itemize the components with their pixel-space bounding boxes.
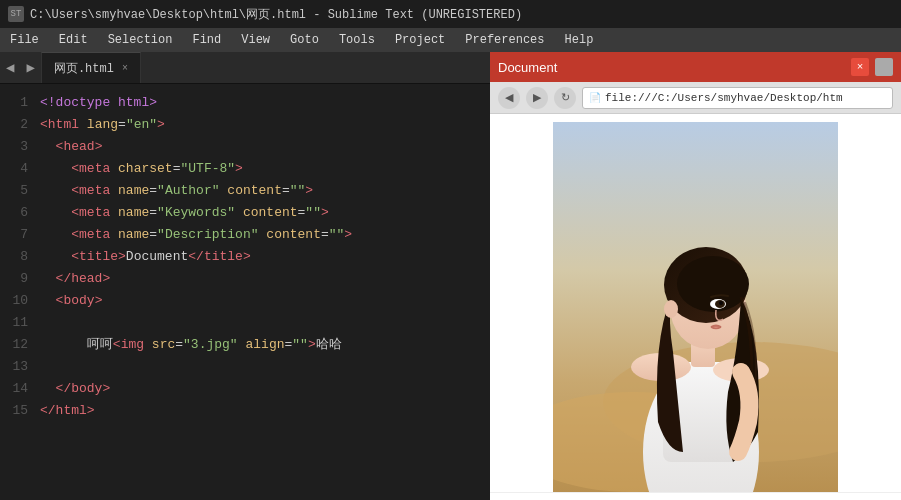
browser-content: 呵呵 哈哈: [490, 114, 901, 500]
menu-file[interactable]: File: [0, 28, 49, 52]
line-num-2: 2: [8, 114, 28, 136]
menu-help[interactable]: Help: [555, 28, 604, 52]
menu-find[interactable]: Find: [182, 28, 231, 52]
line-num-13: 13: [8, 356, 28, 378]
svg-point-13: [719, 301, 723, 305]
address-icon: 📄: [589, 92, 601, 104]
code-line-15: </html>: [40, 400, 482, 422]
browser-image-area: [490, 114, 901, 492]
main-area: ◀ ▶ 网页.html × 1 2 3 4 5 6 7 8 9 10 11 12: [0, 52, 901, 500]
svg-point-14: [664, 300, 678, 318]
menu-selection[interactable]: Selection: [98, 28, 183, 52]
line-num-4: 4: [8, 158, 28, 180]
line-num-6: 6: [8, 202, 28, 224]
menu-project[interactable]: Project: [385, 28, 455, 52]
line-num-12: 12: [8, 334, 28, 356]
browser-max-button[interactable]: [875, 58, 893, 76]
title-bar: ST C:\Users\smyhvae\Desktop\html\网页.html…: [0, 0, 901, 28]
menu-edit[interactable]: Edit: [49, 28, 98, 52]
line-num-5: 5: [8, 180, 28, 202]
menu-bar: File Edit Selection Find View Goto Tools…: [0, 28, 901, 52]
browser-back-button[interactable]: ◀: [498, 87, 520, 109]
tab-nav-forward[interactable]: ▶: [20, 52, 40, 83]
browser-title-text: Document: [498, 60, 845, 75]
code-line-10: <body>: [40, 290, 482, 312]
tab-close[interactable]: ×: [122, 63, 128, 74]
app-icon: ST: [8, 6, 24, 22]
code-area[interactable]: 1 2 3 4 5 6 7 8 9 10 11 12 13 14 15 <!do…: [0, 84, 490, 500]
menu-tools[interactable]: Tools: [329, 28, 385, 52]
line-num-1: 1: [8, 92, 28, 114]
line-num-9: 9: [8, 268, 28, 290]
code-line-5: <meta name="Author" content="">: [40, 180, 482, 202]
title-bar-text: C:\Users\smyhvae\Desktop\html\网页.html - …: [30, 6, 522, 23]
line-num-7: 7: [8, 224, 28, 246]
code-line-14: </body>: [40, 378, 482, 400]
browser-pane: Document × ◀ ▶ ↻ 📄 file:///C:/Users/smyh…: [490, 52, 901, 500]
browser-bottom-bar: 呵呵 哈哈: [490, 492, 901, 500]
woman-photo: [553, 122, 838, 492]
line-num-10: 10: [8, 290, 28, 312]
editor-pane: ◀ ▶ 网页.html × 1 2 3 4 5 6 7 8 9 10 11 12: [0, 52, 490, 500]
browser-nav-bar: ◀ ▶ ↻ 📄 file:///C:/Users/smyhvae/Desktop…: [490, 82, 901, 114]
line-num-8: 8: [8, 246, 28, 268]
code-line-11: [40, 312, 482, 334]
code-line-12: 呵呵<img src="3.jpg" align="">哈哈: [40, 334, 482, 356]
tab-label: 网页.html: [54, 60, 114, 77]
menu-preferences[interactable]: Preferences: [455, 28, 554, 52]
code-line-4: <meta charset="UTF-8">: [40, 158, 482, 180]
code-line-1: <!doctype html>: [40, 92, 482, 114]
line-num-15: 15: [8, 400, 28, 422]
browser-close-button[interactable]: ×: [851, 58, 869, 76]
line-num-14: 14: [8, 378, 28, 400]
address-bar[interactable]: 📄 file:///C:/Users/smyhvae/Desktop/htm: [582, 87, 893, 109]
code-line-8: <title>Document</title>: [40, 246, 482, 268]
code-line-2: <html lang="en">: [40, 114, 482, 136]
code-line-9: </head>: [40, 268, 482, 290]
line-num-3: 3: [8, 136, 28, 158]
code-line-7: <meta name="Description" content="">: [40, 224, 482, 246]
address-text: file:///C:/Users/smyhvae/Desktop/htm: [605, 92, 843, 104]
code-line-6: <meta name="Keywords" content="">: [40, 202, 482, 224]
tab-nav-back[interactable]: ◀: [0, 52, 20, 83]
code-line-13: [40, 356, 482, 378]
code-line-3: <head>: [40, 136, 482, 158]
browser-title-bar: Document ×: [490, 52, 901, 82]
line-numbers: 1 2 3 4 5 6 7 8 9 10 11 12 13 14 15: [0, 84, 32, 500]
browser-forward-button[interactable]: ▶: [526, 87, 548, 109]
menu-view[interactable]: View: [231, 28, 280, 52]
code-content[interactable]: <!doctype html> <html lang="en"> <head> …: [32, 84, 490, 500]
menu-goto[interactable]: Goto: [280, 28, 329, 52]
tab-bar: ◀ ▶ 网页.html ×: [0, 52, 490, 84]
browser-refresh-button[interactable]: ↻: [554, 87, 576, 109]
line-num-11: 11: [8, 312, 28, 334]
editor-tab[interactable]: 网页.html ×: [41, 52, 141, 83]
